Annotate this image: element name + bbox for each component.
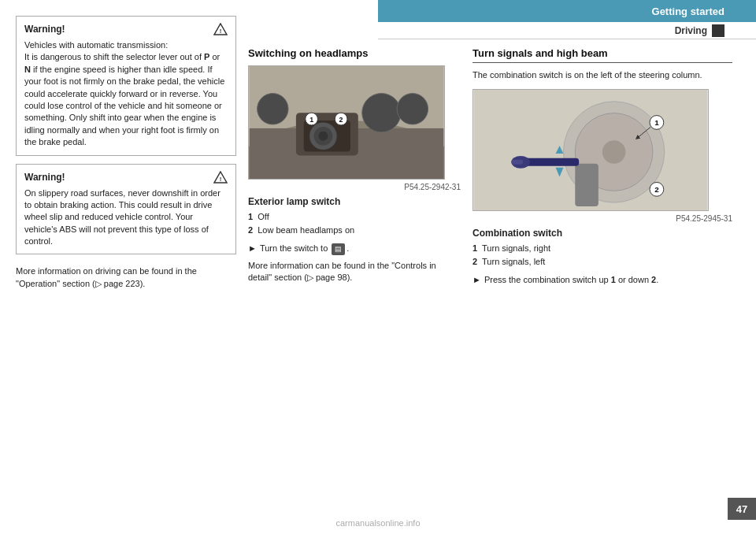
combo-image-caption: P54.25-2945-31 [472,214,732,223]
more-info-left: More information on driving can be found… [16,265,236,290]
svg-text:2: 2 [654,186,659,195]
right-column: Turn signals and high beam The combinati… [472,47,732,287]
svg-point-11 [318,132,328,141]
turn-signals-title: Turn signals and high beam [472,47,732,63]
switching-headlamps-title: Switching on headlamps [248,47,461,59]
warning-text-2: On slippery road surfaces, never downshi… [24,187,228,248]
svg-text:2: 2 [339,116,343,124]
combo-items-list: 1 Turn signals, right 2 Turn signals, le… [472,242,732,268]
warning-box-1: Warning! ! Vehicles with automatic trans… [16,16,236,156]
combo-item-1: 1 Turn signals, right [472,242,732,255]
lamp-image-caption: P54.25-2942-31 [248,183,461,191]
svg-point-16 [362,94,401,132]
combo-item-2: 2 Turn signals, left [472,255,732,269]
combo-intro-text: The combination switch is on the left of… [472,69,732,81]
svg-point-18 [258,94,288,124]
combo-switch-title: Combination switch [472,228,732,239]
svg-text:1: 1 [654,119,659,128]
lamp-item-1: 1 Off [248,210,461,224]
warning-triangle-2: ! [213,171,228,184]
left-column: Warning! ! Vehicles with automatic trans… [16,16,236,290]
svg-text:!: ! [220,28,222,35]
svg-rect-26 [511,160,523,165]
warning-label-1: Warning! [24,24,65,35]
instruction-text-mid: Turn the switch to ▤. [260,243,350,255]
turn-switch-instruction: ► Turn the switch to ▤. [248,243,461,255]
subheader-bar: Driving [378,22,756,39]
switch-symbol: ▤ [332,243,345,255]
subheader-subtitle: Driving [675,25,707,36]
svg-point-22 [602,141,626,165]
watermark: carmanualsonline.info [335,518,420,528]
header-title: Getting started [652,6,724,17]
exterior-lamp-title: Exterior lamp switch [248,196,461,207]
warning-triangle-1: ! [213,23,228,35]
svg-rect-23 [575,164,598,206]
warning-header-1: Warning! ! [24,23,228,35]
svg-point-17 [397,94,428,124]
combo-switch-image: 1 2 [472,89,709,211]
warning-header-2: Warning! ! [24,171,228,184]
lamp-item-2: 2 Low beam headlamps on [248,224,461,237]
headlamp-image: 1 2 [248,65,445,180]
middle-column: Switching on headlamps 1 2 [248,47,461,284]
svg-text:1: 1 [309,116,313,124]
warning-label-2: Warning! [24,172,65,183]
more-info-mid: More information can be found in the "Co… [248,260,461,284]
arrow-marker-mid: ► [248,243,257,254]
warning-box-2: Warning! ! On slippery road surfaces, ne… [16,164,236,255]
arrow-marker-right: ► [472,274,481,286]
warning-text-1: Vehicles with automatic transmission: It… [24,39,228,149]
lamp-items-list: 1 Off 2 Low beam headlamps on [248,210,461,236]
instruction-text-right: Press the combination switch up 1 or dow… [484,274,658,286]
svg-text:!: ! [220,176,222,183]
section-icon [712,24,724,37]
header-bar: Getting started [378,0,756,22]
combo-instruction: ► Press the combination switch up 1 or d… [472,274,732,286]
page-number: 47 [728,498,756,520]
